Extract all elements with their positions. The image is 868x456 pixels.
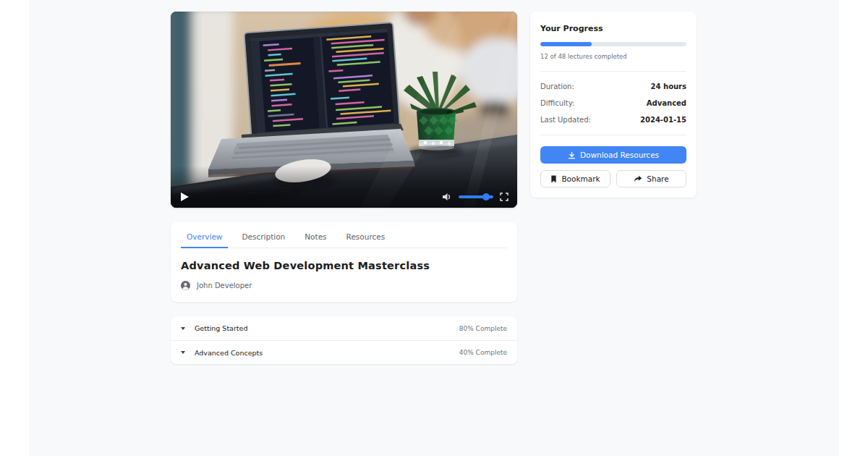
lectures-completed-text: 12 of 48 lectures completed (540, 53, 686, 60)
user-avatar-icon (181, 281, 190, 290)
download-button-label: Download Resources (580, 151, 659, 159)
main-container: Overview Description Notes Resources Adv… (29, 0, 839, 456)
volume-slider[interactable] (459, 195, 493, 198)
volume-icon[interactable] (442, 193, 452, 201)
course-meta: Duration: 24 hours Difficulty: Advanced … (540, 83, 686, 124)
page-background: Overview Description Notes Resources Adv… (0, 0, 868, 456)
meta-value: 24 hours (651, 83, 686, 90)
caret-down-icon (181, 351, 185, 354)
course-info-card: Overview Description Notes Resources Adv… (171, 222, 517, 302)
download-icon (568, 151, 576, 159)
share-icon (634, 175, 642, 183)
main-column: Overview Description Notes Resources Adv… (171, 12, 517, 364)
volume-slider-thumb[interactable] (482, 193, 490, 200)
share-button[interactable]: Share (616, 170, 686, 187)
progress-fill (540, 42, 592, 46)
instructor-row: John Developer (181, 281, 507, 290)
section-row-advanced-concepts[interactable]: Advanced Concepts 40% Complete (171, 340, 517, 364)
share-button-label: Share (647, 174, 668, 183)
tabs-row: Overview Description Notes Resources (181, 225, 507, 248)
section-title: Getting Started (195, 324, 247, 332)
meta-value: 2024-01-15 (640, 116, 686, 124)
section-title: Advanced Concepts (195, 349, 263, 357)
content-area: Overview Description Notes Resources Adv… (171, 12, 697, 364)
progress-panel: Your Progress 12 of 48 lectures complete… (530, 12, 697, 198)
section-status: 40% Complete (459, 349, 507, 356)
tab-resources[interactable]: Resources (341, 225, 391, 248)
progress-bar (540, 42, 686, 46)
fullscreen-icon[interactable] (500, 193, 509, 201)
tab-description[interactable]: Description (236, 225, 291, 248)
meta-label: Difficulty: (540, 99, 574, 107)
meta-row-last-updated: Last Updated: 2024-01-15 (540, 116, 686, 124)
meta-label: Last Updated: (540, 116, 591, 124)
video-controls-bar (171, 166, 517, 208)
bookmark-button-label: Bookmark (561, 174, 600, 183)
course-title: Advanced Web Development Masterclass (181, 260, 507, 271)
video-player[interactable] (171, 12, 517, 208)
bookmark-button[interactable]: Bookmark (540, 170, 610, 187)
bookmark-icon (550, 175, 557, 183)
download-resources-button[interactable]: Download Resources (540, 146, 686, 164)
secondary-buttons-row: Bookmark Share (540, 170, 686, 187)
section-row-getting-started[interactable]: Getting Started 80% Complete (171, 316, 517, 340)
play-icon[interactable] (181, 193, 189, 201)
tab-overview[interactable]: Overview (181, 225, 228, 248)
meta-row-difficulty: Difficulty: Advanced (540, 99, 686, 107)
meta-value: Advanced (647, 99, 686, 107)
meta-label: Duration: (540, 83, 574, 90)
section-status: 80% Complete (459, 325, 507, 332)
meta-row-duration: Duration: 24 hours (540, 83, 686, 90)
progress-panel-title: Your Progress (540, 24, 686, 33)
video-right-controls (442, 193, 509, 201)
instructor-name: John Developer (197, 282, 252, 290)
divider (540, 135, 686, 135)
tab-notes[interactable]: Notes (299, 225, 332, 248)
divider (540, 71, 686, 72)
caret-down-icon (181, 327, 185, 330)
course-sections-card: Getting Started 80% Complete Advanced Co… (171, 316, 517, 364)
